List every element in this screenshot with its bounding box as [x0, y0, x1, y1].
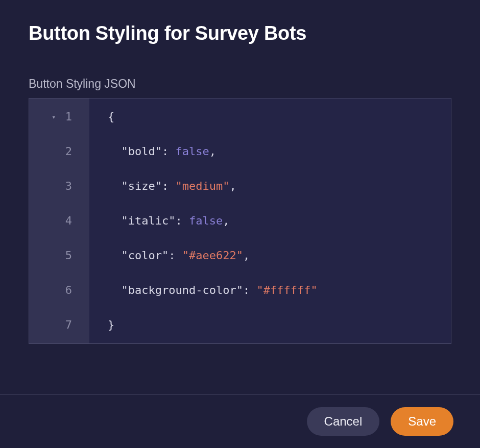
token-punc: : — [162, 145, 176, 158]
token-punc: , — [209, 145, 216, 158]
code-line: "background-color": "#ffffff" — [108, 273, 451, 308]
token-key: "italic" — [122, 214, 176, 227]
gutter-line-number: 7 — [29, 308, 89, 342]
token-key: "background-color" — [122, 284, 243, 296]
token-punc: , — [223, 214, 229, 227]
gutter-line-number: 2 — [29, 134, 89, 169]
gutter-line-number: 5 — [29, 238, 89, 273]
token-str: "medium" — [175, 180, 229, 192]
token-key: "size" — [122, 180, 162, 192]
token-str: "#aee622" — [182, 249, 243, 262]
code-line: "color": "#aee622", — [108, 238, 451, 273]
fold-caret-icon[interactable]: ▾ — [52, 99, 56, 134]
cancel-button[interactable]: Cancel — [307, 407, 380, 436]
save-button[interactable]: Save — [391, 407, 453, 436]
dialog-title: Button Styling for Survey Bots — [29, 22, 451, 44]
json-field-label: Button Styling JSON — [29, 77, 451, 91]
token-bool: false — [175, 145, 209, 158]
token-key: "color" — [122, 249, 169, 262]
editor-gutter: 1▾234567 — [29, 98, 89, 343]
button-styling-dialog: Button Styling for Survey Bots Button St… — [0, 0, 480, 448]
token-punc: { — [108, 110, 114, 123]
token-str: "#ffffff" — [256, 284, 317, 296]
dialog-footer: Cancel Save — [0, 394, 480, 448]
code-line: } — [108, 308, 451, 342]
gutter-line-number: 6 — [29, 273, 89, 308]
token-punc: } — [108, 318, 114, 331]
gutter-line-number: 3 — [29, 169, 89, 204]
code-line: "bold": false, — [108, 134, 451, 169]
json-code-editor[interactable]: 1▾234567 { "bold": false, "size": "mediu… — [29, 98, 451, 344]
code-line: "size": "medium", — [108, 169, 451, 204]
gutter-line-number: 4 — [29, 204, 89, 238]
token-punc: , — [229, 180, 236, 192]
token-punc: , — [243, 249, 250, 262]
editor-code-area[interactable]: { "bold": false, "size": "medium", "ital… — [89, 98, 451, 343]
token-punc: : — [175, 214, 189, 227]
gutter-line-number: 1▾ — [29, 99, 89, 134]
token-bool: false — [189, 214, 223, 227]
token-key: "bold" — [122, 145, 162, 158]
token-punc: : — [162, 180, 176, 192]
code-line: "italic": false, — [108, 204, 451, 238]
token-punc: : — [169, 249, 182, 262]
code-line: { — [108, 99, 451, 134]
token-punc: : — [243, 284, 257, 296]
dialog-body: Button Styling for Survey Bots Button St… — [0, 0, 480, 394]
